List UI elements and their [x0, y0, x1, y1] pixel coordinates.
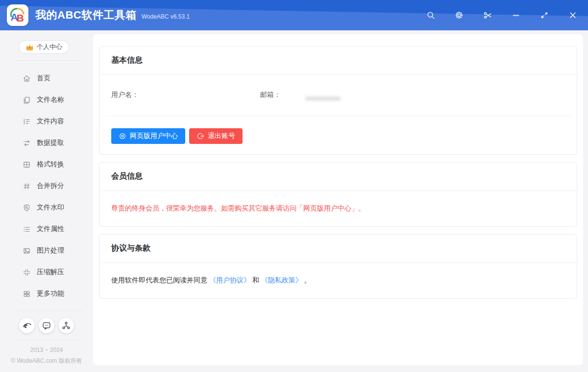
ie-browser-icon[interactable]: e	[19, 318, 35, 333]
copyright-owner: © WodeABC.com 版权所有	[0, 355, 93, 366]
compress-icon	[23, 268, 31, 277]
sidebar-item-merge-split[interactable]: 合并拆分	[0, 175, 93, 197]
personal-center-label: 个人中心	[37, 43, 62, 51]
sidebar-item-compress[interactable]: 压缩解压	[0, 261, 93, 283]
crown-icon	[25, 44, 34, 51]
terms-title: 协议与条款	[99, 234, 577, 263]
sidebar-item-file-watermark[interactable]: 文件水印	[0, 197, 93, 218]
sidebar-item-file-name[interactable]: 文件名称	[0, 89, 93, 111]
web-user-center-label: 网页版用户中心	[130, 132, 178, 140]
logout-icon	[196, 132, 204, 140]
sidebar-menu: 首页 文件名称 文件内容 数据提取 格式转换 合并拆分	[0, 61, 93, 304]
image-process-icon	[23, 247, 31, 255]
sidebar-item-label: 合并拆分	[37, 182, 64, 190]
app-logo-icon: A B	[7, 4, 28, 26]
sidebar-divider	[15, 311, 82, 311]
sidebar-item-label: 首页	[37, 74, 50, 83]
target-circle-icon	[119, 132, 126, 140]
file-props-icon	[23, 225, 31, 233]
terms-suffix: 。	[304, 276, 311, 284]
terms-conjunction: 和	[252, 276, 259, 284]
sidebar-item-label: 压缩解压	[37, 268, 64, 277]
scissors-icon[interactable]	[483, 11, 492, 20]
search-icon[interactable]	[426, 11, 435, 20]
home-icon	[23, 74, 31, 83]
merge-split-icon	[23, 182, 31, 190]
privacy-policy-link[interactable]: 《隐私政策》	[261, 276, 302, 284]
more-features-icon	[23, 290, 31, 298]
logout-button[interactable]: 退出账号	[189, 128, 243, 144]
member-info-title: 会员信息	[99, 163, 577, 191]
app-version: WodeABC v6.53.1	[142, 13, 190, 20]
svg-text:B: B	[17, 12, 24, 23]
main-panel: 基本信息 用户名： 邮箱： 网页版用户中心 退出账	[93, 34, 583, 365]
sidebar-item-label: 数据提取	[37, 139, 64, 147]
minimize-icon[interactable]	[512, 11, 520, 20]
sidebar-item-label: 文件名称	[37, 95, 64, 104]
sidebar-item-label: 图片处理	[37, 246, 64, 255]
terms-prefix: 使用软件即代表您已阅读并同意	[111, 276, 207, 284]
file-name-icon	[23, 96, 31, 104]
sidebar-item-label: 格式转换	[37, 160, 64, 169]
file-content-icon	[23, 117, 31, 126]
sidebar-item-label: 文件内容	[37, 117, 64, 126]
member-info-message: 尊贵的终身会员，很荣幸为您服务。如需购买其它服务请访问「网页版用户中心」。	[99, 191, 577, 226]
svg-text:e: e	[24, 322, 28, 329]
member-info-card: 会员信息 尊贵的终身会员，很荣幸为您服务。如需购买其它服务请访问「网页版用户中心…	[99, 162, 577, 227]
titlebar: A B 我的ABC软件工具箱 WodeABC v6.53.1	[0, 0, 588, 30]
sidebar-item-label: 文件属性	[37, 225, 64, 233]
sidebar-item-file-props[interactable]: 文件属性	[0, 218, 93, 240]
sidebar: 个人中心 首页 文件名称 文件内容 数据提取 格式转换	[0, 30, 93, 372]
personal-center-button[interactable]: 个人中心	[19, 40, 69, 54]
app-title: 我的ABC软件工具箱	[35, 8, 137, 23]
copyright-years: 2013 ~ 2024	[0, 345, 93, 355]
sidebar-item-label: 更多功能	[37, 289, 64, 298]
resize-icon[interactable]	[540, 11, 549, 20]
file-watermark-icon	[23, 204, 31, 212]
email-label: 邮箱：	[260, 91, 281, 99]
username-field: 用户名：	[111, 91, 260, 99]
sidebar-item-label: 文件水印	[37, 203, 64, 212]
data-extract-icon	[23, 139, 31, 147]
sidebar-social-row: e	[19, 318, 93, 333]
copyright: 2013 ~ 2024 © WodeABC.com 版权所有	[0, 340, 93, 372]
logout-label: 退出账号	[208, 132, 235, 140]
basic-info-actions: 网页版用户中心 退出账号	[99, 116, 577, 154]
sidebar-item-data-extract[interactable]: 数据提取	[0, 132, 93, 154]
sidebar-item-more-features[interactable]: 更多功能	[0, 283, 93, 304]
chat-feedback-icon[interactable]	[39, 318, 54, 333]
user-agreement-link[interactable]: 《用户协议》	[209, 276, 250, 284]
username-label: 用户名：	[111, 91, 139, 99]
email-field: 邮箱：	[260, 91, 283, 99]
web-user-center-button[interactable]: 网页版用户中心	[111, 128, 185, 144]
settings-gear-icon[interactable]	[455, 11, 464, 20]
sidebar-item-file-content[interactable]: 文件内容	[0, 111, 93, 132]
sidebar-item-image-process[interactable]: 图片处理	[0, 240, 93, 261]
basic-info-fields: 用户名： 邮箱：	[99, 75, 577, 116]
close-icon[interactable]	[568, 11, 577, 20]
sidebar-item-format-convert[interactable]: 格式转换	[0, 154, 93, 175]
terms-text: 使用软件即代表您已阅读并同意 《用户协议》 和 《隐私政策》 。	[99, 263, 577, 298]
basic-info-title: 基本信息	[99, 46, 577, 75]
share-network-icon[interactable]	[58, 318, 74, 333]
titlebar-actions	[426, 11, 588, 20]
sidebar-item-home[interactable]: 首页	[0, 68, 93, 89]
format-convert-icon	[23, 161, 31, 169]
terms-card: 协议与条款 使用软件即代表您已阅读并同意 《用户协议》 和 《隐私政策》 。	[99, 234, 577, 299]
basic-info-card: 基本信息 用户名： 邮箱： 网页版用户中心 退出账	[99, 46, 577, 155]
